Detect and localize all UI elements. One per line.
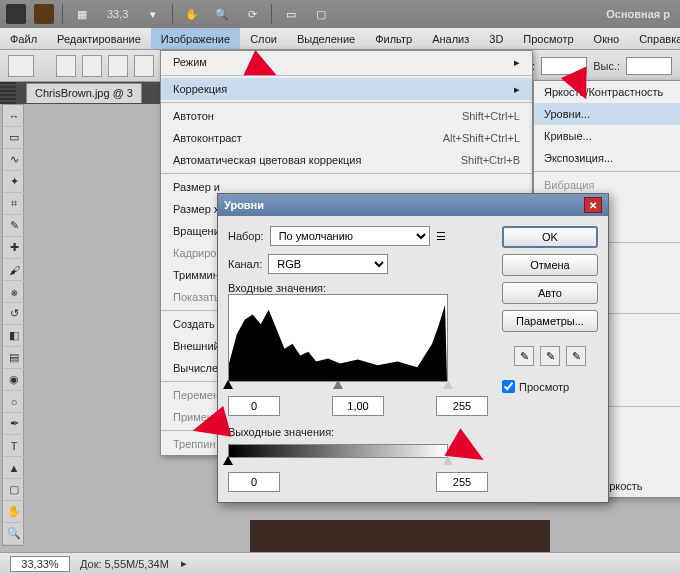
channel-label: Канал: <box>228 258 262 270</box>
input-slider[interactable] <box>228 382 448 392</box>
eyedropper-gray-icon[interactable]: ✎ <box>540 346 560 366</box>
tool-type[interactable]: T <box>3 435 25 457</box>
tool-eraser[interactable]: ◧ <box>3 325 25 347</box>
tool-blur[interactable]: ◉ <box>3 369 25 391</box>
doc-info[interactable]: Док: 5,55M/5,34M <box>80 558 169 570</box>
submenu-item[interactable]: Кривые... <box>534 125 680 147</box>
output-slider[interactable] <box>228 458 448 468</box>
menu-item[interactable]: АвтоконтрастAlt+Shift+Ctrl+L <box>161 127 532 149</box>
menu-file[interactable]: Файл <box>0 28 47 49</box>
zoom-dropdown-icon[interactable]: ▾ <box>142 4 164 24</box>
tool-marquee[interactable]: ▭ <box>3 127 25 149</box>
tool-gradient[interactable]: ▤ <box>3 347 25 369</box>
tool-pen[interactable]: ✒ <box>3 413 25 435</box>
history-nav-icon[interactable]: ▦ <box>71 4 93 24</box>
tool-move[interactable]: ↔ <box>3 105 25 127</box>
tool-brush[interactable]: 🖌 <box>3 259 25 281</box>
panel-grip-icon[interactable] <box>0 82 16 104</box>
svg-marker-0 <box>229 305 447 381</box>
arrange-docs-icon[interactable]: ▭ <box>280 4 302 24</box>
height-field[interactable] <box>626 57 672 75</box>
input-gamma-field[interactable] <box>332 396 384 416</box>
eyedropper-white-icon[interactable]: ✎ <box>566 346 586 366</box>
menu-help[interactable]: Справка <box>629 28 680 49</box>
menu-item[interactable]: АвтотонShift+Ctrl+L <box>161 105 532 127</box>
ps-logo-icon <box>6 4 26 24</box>
menu-view[interactable]: Просмотр <box>513 28 583 49</box>
submenu-item[interactable]: Экспозиция... <box>534 147 680 169</box>
white-point-slider[interactable] <box>443 380 453 389</box>
histogram <box>228 294 448 382</box>
params-button[interactable]: Параметры... <box>502 310 598 332</box>
titlebar-zoom[interactable]: 33,3 <box>101 8 134 20</box>
menu-filter[interactable]: Фильтр <box>365 28 422 49</box>
input-white-field[interactable] <box>436 396 488 416</box>
doc-info-arrow-icon[interactable]: ▸ <box>181 557 187 570</box>
tool-heal[interactable]: ✚ <box>3 237 25 259</box>
channel-select[interactable]: RGB <box>268 254 388 274</box>
tool-hand[interactable]: ✋ <box>3 501 25 523</box>
tool-zoom[interactable]: 🔍 <box>3 523 25 545</box>
zoom-field[interactable]: 33,33% <box>10 556 70 572</box>
levels-dialog: Уровни ✕ Набор: По умолчанию ☰ Канал: RG… <box>217 193 609 503</box>
menu-item-label: Вычисле <box>173 362 218 374</box>
menu-item[interactable]: Автоматическая цветовая коррекцияShift+C… <box>161 149 532 171</box>
output-black-field[interactable] <box>228 472 280 492</box>
submenu-item[interactable]: Уровни... <box>534 103 680 125</box>
tool-eyedropper[interactable]: ✎ <box>3 215 25 237</box>
menu-item-label: Режим <box>173 56 207 68</box>
menu-layer[interactable]: Слои <box>240 28 287 49</box>
ok-button[interactable]: OK <box>502 226 598 248</box>
tool-wand[interactable]: ✦ <box>3 171 25 193</box>
black-point-slider[interactable] <box>223 380 233 389</box>
close-icon[interactable]: ✕ <box>584 197 602 213</box>
menu-3d[interactable]: 3D <box>479 28 513 49</box>
submenu-arrow-icon: ▸ <box>514 83 520 96</box>
tool-rectangle[interactable]: ▢ <box>3 479 25 501</box>
tool-lasso[interactable]: ∿ <box>3 149 25 171</box>
tool-dodge[interactable]: ○ <box>3 391 25 413</box>
preview-checkbox[interactable] <box>502 380 515 393</box>
menu-item-label: Автотон <box>173 110 214 122</box>
app-titlebar: ▦ 33,3 ▾ ✋ 🔍 ⟳ ▭ ▢ Основная р <box>0 0 680 28</box>
eyedropper-black-icon[interactable]: ✎ <box>514 346 534 366</box>
tool-path-select[interactable]: ▲ <box>3 457 25 479</box>
menu-image[interactable]: Изображение <box>151 28 240 49</box>
tool-stamp[interactable]: ⎈ <box>3 281 25 303</box>
menu-item-label: Внешний <box>173 340 220 352</box>
output-white-field[interactable] <box>436 472 488 492</box>
tool-crop[interactable]: ⌗ <box>3 193 25 215</box>
cancel-button[interactable]: Отмена <box>502 254 598 276</box>
tool-history-brush[interactable]: ↺ <box>3 303 25 325</box>
auto-button[interactable]: Авто <box>502 282 598 304</box>
gamma-slider[interactable] <box>333 380 343 389</box>
menu-item-label: Автоматическая цветовая коррекция <box>173 154 361 166</box>
zoom-tool-icon[interactable]: 🔍 <box>211 4 233 24</box>
menu-analysis[interactable]: Анализ <box>422 28 479 49</box>
preset-menu-icon[interactable]: ☰ <box>436 230 446 243</box>
tool-palette: ↔ ▭ ∿ ✦ ⌗ ✎ ✚ 🖌 ⎈ ↺ ◧ ▤ ◉ ○ ✒ T ▲ ▢ ✋ 🔍 <box>2 104 24 546</box>
rotate-view-icon[interactable]: ⟳ <box>241 4 263 24</box>
menu-shortcut: Alt+Shift+Ctrl+L <box>443 132 520 144</box>
menu-select[interactable]: Выделение <box>287 28 365 49</box>
menu-item[interactable]: Режим▸ <box>161 51 532 73</box>
input-black-field[interactable] <box>228 396 280 416</box>
out-black-slider[interactable] <box>223 456 233 465</box>
bridge-icon[interactable] <box>34 4 54 24</box>
opt-icon-1[interactable] <box>56 55 76 77</box>
screen-mode-icon[interactable]: ▢ <box>310 4 332 24</box>
submenu-item[interactable]: Яркость/Контрастность <box>534 81 680 103</box>
preset-select[interactable]: По умолчанию <box>270 226 430 246</box>
workspace-label[interactable]: Основная р <box>606 8 674 20</box>
dialog-titlebar[interactable]: Уровни ✕ <box>218 194 608 216</box>
tool-preset-icon[interactable] <box>8 55 34 77</box>
menu-item[interactable]: Коррекция▸ <box>161 78 532 100</box>
opt-icon-4[interactable] <box>134 55 154 77</box>
menu-edit[interactable]: Редактирование <box>47 28 151 49</box>
document-tab[interactable]: ChrisBrown.jpg @ 3 <box>26 83 142 103</box>
menu-item-label: Коррекция <box>173 83 227 95</box>
menu-window[interactable]: Окно <box>584 28 630 49</box>
opt-icon-2[interactable] <box>82 55 102 77</box>
hand-icon[interactable]: ✋ <box>181 4 203 24</box>
opt-icon-3[interactable] <box>108 55 128 77</box>
